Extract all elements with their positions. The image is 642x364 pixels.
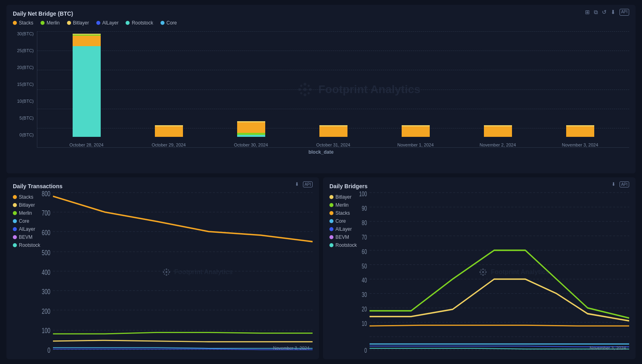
tx-line-chart: 800 700 600 500 400 300 200 100 0 [53,193,313,351]
top-chart-legend: StacksMerlinBitlayerAlLayerRootstockCore [13,20,629,26]
bar-chart-area: 30(BTC)25(BTC)20(BTC)15(BTC)10(BTC)5(BTC… [13,31,629,148]
y-axis-label: 10(BTC) [17,99,34,104]
bottom-left-toolbar: ⬇ API [295,181,313,187]
svg-text:700: 700 [42,209,51,217]
svg-text:400: 400 [42,268,51,277]
y-axis-label: 25(BTC) [17,48,34,53]
bottom-charts: ⬇ API Daily Transactions StacksBitlayerM… [6,177,636,359]
br-date-label: November 3, 2024 [590,346,626,350]
bar-segment [402,126,430,137]
bar-group [128,31,210,137]
bar-segment [155,126,183,137]
daily-bridgers-title: Daily Bridgers [329,183,629,189]
bar-stack[interactable] [155,31,183,137]
bar-stack[interactable] [484,31,512,137]
y-axis: 30(BTC)25(BTC)20(BTC)15(BTC)10(BTC)5(BTC… [13,31,37,148]
bar-segment [73,36,101,46]
filter-icon[interactable]: ⊞ [585,9,590,16]
y-axis-label: 15(BTC) [17,82,34,87]
x-axis-label: November 1, 2024 [374,142,457,147]
svg-text:20: 20 [362,305,367,313]
bar-group [292,31,374,137]
svg-text:100: 100 [42,327,51,335]
daily-bridgers-legend: BitlayerMerlinStacksCoreAlLayerBEVMRoots… [329,193,370,351]
bar-group [374,31,457,137]
svg-text:500: 500 [42,249,51,257]
svg-text:100: 100 [359,190,367,197]
x-axis-label: October 30, 2024 [210,142,292,147]
bar-segment [73,46,101,137]
bar-stack[interactable] [402,31,430,137]
download-icon-tx[interactable]: ⬇ [295,181,299,187]
svg-text:30: 30 [362,291,367,298]
legend-item: AlLayer [329,226,370,232]
legend-item-core: Core [160,20,177,26]
x-axis-label: October 29, 2024 [128,142,210,147]
legend-item-stacks: Stacks [13,20,33,26]
bar-stack[interactable] [319,31,347,137]
x-axis-label: November 3, 2024 [539,142,621,147]
svg-text:10: 10 [362,320,367,327]
api-icon-br[interactable]: API [620,181,629,187]
bar-segment [237,122,265,133]
legend-item-bitlayer: Bitlayer [67,20,89,26]
bar-group [210,31,292,137]
svg-text:0: 0 [47,346,50,354]
x-axis-label: October 31, 2024 [292,142,374,147]
daily-bridgers-area: Footprint Analytics [370,193,629,351]
legend-item-allayer: AlLayer [96,20,119,26]
svg-text:600: 600 [42,229,51,237]
svg-text:300: 300 [42,288,51,296]
tx-date-label: November 3, 2024 [273,346,310,350]
download-icon-br[interactable]: ⬇ [612,181,616,187]
api-icon[interactable]: API [620,9,629,16]
svg-text:800: 800 [42,190,51,198]
br-line-chart: 100 90 80 70 60 50 40 30 20 10 0 [370,193,629,351]
bar-group [539,31,621,137]
bar-segment [566,126,594,137]
api-icon-tx[interactable]: API [303,181,313,187]
bottom-right-toolbar: ⬇ API [612,181,629,187]
bar-stack[interactable] [237,31,265,137]
bar-segment [484,126,512,137]
y-axis-label: 0(BTC) [20,132,34,137]
svg-text:80: 80 [362,219,367,226]
svg-text:90: 90 [362,205,367,212]
x-axis-label: November 2, 2024 [457,142,539,147]
bar-stack[interactable] [566,31,594,137]
legend-item: Rootstock [329,242,370,248]
bar-group [45,31,128,137]
daily-transactions-title: Daily Transactions [13,183,313,189]
top-chart-title: Daily Net Bridge (BTC) [13,10,629,17]
main-container: ⊞ ⧉ ↺ ⬇ API Daily Net Bridge (BTC) Stack… [0,0,642,364]
bar-segment [237,135,265,137]
daily-transactions-chart: ⬇ API Daily Transactions StacksBitlayerM… [6,177,319,359]
svg-text:200: 200 [42,307,51,315]
daily-bridgers-content: BitlayerMerlinStacksCoreAlLayerBEVMRoots… [329,193,629,351]
svg-text:0: 0 [364,347,367,354]
refresh-icon[interactable]: ↺ [602,9,607,16]
svg-text:50: 50 [362,262,367,270]
svg-text:60: 60 [362,248,367,255]
copy-icon[interactable]: ⧉ [594,9,598,16]
bars-container [37,31,629,137]
x-axis-labels: October 28, 2024October 29, 2024October … [37,142,629,147]
legend-item: Bitlayer [13,202,53,208]
x-axis-title: block_date [13,149,629,155]
legend-item-merlin: Merlin [41,20,60,26]
bar-segment [319,126,347,137]
bar-group [457,31,539,137]
top-chart-section: ⊞ ⧉ ↺ ⬇ API Daily Net Bridge (BTC) Stack… [6,5,636,173]
legend-item: Rootstock [13,242,53,248]
svg-text:70: 70 [362,234,367,241]
chart-body: Footprint Analytics October 28, 2024Octo… [37,31,629,148]
daily-transactions-area: Footprint Analytics 800 [53,193,313,351]
y-axis-label: 20(BTC) [17,65,34,70]
legend-item: Core [13,218,53,224]
download-icon[interactable]: ⬇ [611,9,616,16]
y-axis-label: 30(BTC) [17,31,34,36]
bar-stack[interactable] [73,31,101,137]
daily-bridgers-chart: ⬇ API Daily Bridgers BitlayerMerlinStack… [323,177,636,359]
daily-transactions-content: StacksBitlayerMerlinCoreAlLayerBEVMRoots… [13,193,313,351]
toolbar-icons: ⊞ ⧉ ↺ ⬇ API [585,9,629,16]
